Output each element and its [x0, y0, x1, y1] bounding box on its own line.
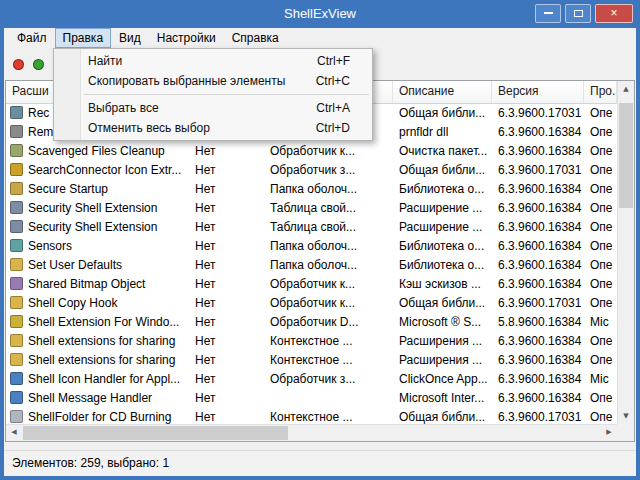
row-name: Shell Extension For Windo... [28, 315, 179, 329]
table-row[interactable]: Shell Copy HookНетОбработчик к...Общая б… [6, 293, 617, 312]
row-product-cell: Опе [584, 220, 617, 234]
row-product-cell: Опе [584, 391, 617, 405]
row-disabled-cell: Нет [189, 258, 264, 272]
menu-edit[interactable]: Правка [55, 28, 112, 48]
menu-item-find[interactable]: Найти Ctrl+F [54, 51, 372, 71]
scroll-left-icon[interactable]: ◀ [6, 425, 22, 441]
row-description-cell: Кэш эскизов ... [393, 277, 492, 291]
row-description-cell: ClickOnce App... [393, 372, 492, 386]
row-disabled-cell: Нет [189, 296, 264, 310]
status-bar: Элементов: 259, выбрано: 1 [4, 450, 636, 476]
row-type-cell: Обработчик з... [264, 163, 393, 177]
column-header-product[interactable]: Про... [584, 81, 617, 103]
table-row[interactable]: Secure StartupНетПапка оболоч...Библиоте… [6, 179, 617, 198]
vertical-scroll-thumb[interactable] [619, 103, 633, 208]
row-product-cell: Опе [584, 125, 617, 139]
table-row[interactable]: Scavenged Files CleanupНетОбработчик к..… [6, 141, 617, 160]
row-name-cell: Shell Message Handler [6, 391, 189, 405]
folder-icon [10, 258, 23, 271]
app-window: ShellExView × Файл Правка Вид Настройки … [0, 0, 640, 480]
row-description-cell: Общая библи... [393, 106, 492, 120]
enable-selected-icon[interactable] [33, 59, 44, 70]
row-type-cell: Контекстное ... [264, 334, 393, 348]
row-description-cell: Библиотека о... [393, 182, 492, 196]
titlebar[interactable]: ShellExView × [0, 0, 640, 28]
row-type-cell: Контекстное ... [264, 353, 393, 367]
row-name-cell: Security Shell Extension [6, 220, 189, 234]
menu-item-select-all[interactable]: Выбрать все Ctrl+A [54, 98, 372, 118]
row-product-cell: Опе [584, 182, 617, 196]
row-disabled-cell: Нет [189, 220, 264, 234]
scroll-up-icon[interactable]: ▲ [618, 81, 634, 97]
table-row[interactable]: Shell extensions for sharingНетКонтекстн… [6, 331, 617, 350]
row-product-cell: Опе [584, 334, 617, 348]
lock-icon [10, 182, 23, 195]
table-row[interactable]: Shell Icon Handler for Appl...НетОбработ… [6, 369, 617, 388]
row-name: Rem [28, 125, 53, 139]
row-version-cell: 6.3.9600.17031 [492, 410, 584, 424]
row-description-cell: Общая библи... [393, 296, 492, 310]
table-row[interactable]: Shell Message HandlerНетMicrosoft Inter.… [6, 388, 617, 407]
row-product-cell: Опе [584, 144, 617, 158]
table-row[interactable]: Shared Bitmap ObjectНетОбработчик к...Кэ… [6, 274, 617, 293]
menu-options[interactable]: Настройки [149, 28, 224, 48]
menu-file[interactable]: Файл [9, 28, 55, 48]
row-version-cell: 6.3.9600.17031 [492, 163, 584, 177]
close-icon: × [610, 6, 617, 20]
row-disabled-cell: Нет [189, 372, 264, 386]
table-row[interactable]: Shell extensions for sharingНетКонтекстн… [6, 350, 617, 369]
menu-item-copy-selected[interactable]: Скопировать выбранные элементы Ctrl+C [54, 71, 372, 91]
image-icon [10, 277, 23, 290]
row-disabled-cell: Нет [189, 239, 264, 253]
row-disabled-cell: Нет [189, 315, 264, 329]
menu-item-deselect-all[interactable]: Отменить весь выбор Ctrl+D [54, 118, 372, 138]
horizontal-scroll-thumb[interactable] [23, 426, 288, 440]
menu-item-shortcut: Ctrl+C [316, 71, 350, 91]
table-row[interactable]: Security Shell ExtensionНетТаблица свой.… [6, 198, 617, 217]
edit-menu-popup: Найти Ctrl+F Скопировать выбранные элеме… [53, 48, 373, 141]
client-area: Файл Правка Вид Настройки Справка Расши … [4, 28, 636, 476]
row-description-cell: Microsoft Inter... [393, 391, 492, 405]
row-type-cell: Папка оболоч... [264, 239, 393, 253]
table-row[interactable]: ShellFolder for CD BurningНетКонтекстное… [6, 407, 617, 424]
column-header-version[interactable]: Версия [492, 81, 584, 103]
disable-selected-icon[interactable] [13, 59, 24, 70]
menu-view[interactable]: Вид [111, 28, 149, 48]
menu-item-label: Найти [88, 51, 122, 71]
scroll-right-icon[interactable]: ▶ [601, 425, 617, 441]
menu-help[interactable]: Справка [224, 28, 287, 48]
row-name-cell: Shell extensions for sharing [6, 353, 189, 367]
menu-item-shortcut: Ctrl+A [316, 98, 350, 118]
horizontal-scrollbar[interactable]: ◀ ▶ [6, 424, 617, 441]
menu-item-label: Скопировать выбранные элементы [88, 71, 285, 91]
column-header-description[interactable]: Описание [393, 81, 492, 103]
table-rows: RecОбщая библи...6.3.9600.17031ОпеRemprn… [6, 103, 617, 424]
row-type-cell: Обработчик к... [264, 277, 393, 291]
maximize-icon [574, 10, 583, 17]
row-type-cell: Папка оболоч... [264, 182, 393, 196]
row-version-cell: 6.3.9600.16384 [492, 372, 584, 386]
table-row[interactable]: SearchConnector Icon Extr...НетОбработчи… [6, 160, 617, 179]
scroll-down-icon[interactable]: ▼ [618, 408, 634, 424]
row-version-cell: 6.3.9600.16384 [492, 201, 584, 215]
table-row[interactable]: Security Shell ExtensionНетТаблица свой.… [6, 217, 617, 236]
row-type-cell: Обработчик к... [264, 144, 393, 158]
row-disabled-cell: Нет [189, 182, 264, 196]
row-disabled-cell: Нет [189, 163, 264, 177]
vertical-scrollbar[interactable]: ▲ ▼ [617, 81, 634, 424]
table-row[interactable]: Set User DefaultsНетПапка оболоч...Библи… [6, 255, 617, 274]
row-product-cell: Mic [584, 372, 617, 386]
minimize-button[interactable] [535, 4, 561, 23]
row-name: Scavenged Files Cleanup [28, 144, 165, 158]
maximize-button[interactable] [565, 4, 591, 23]
table-row[interactable]: Shell Extension For Windo...НетОбработчи… [6, 312, 617, 331]
row-type-cell: Обработчик з... [264, 372, 393, 386]
row-version-cell: 6.3.9600.16384 [492, 391, 584, 405]
row-type-cell: Контекстное ... [264, 410, 393, 424]
table-row[interactable]: SensorsНетПапка оболоч...Библиотека о...… [6, 236, 617, 255]
row-name-cell: Shell extensions for sharing [6, 334, 189, 348]
sensor-icon [10, 239, 23, 252]
printer-icon [10, 125, 23, 138]
row-description-cell: prnfldr dll [393, 125, 492, 139]
close-button[interactable]: × [595, 4, 633, 23]
